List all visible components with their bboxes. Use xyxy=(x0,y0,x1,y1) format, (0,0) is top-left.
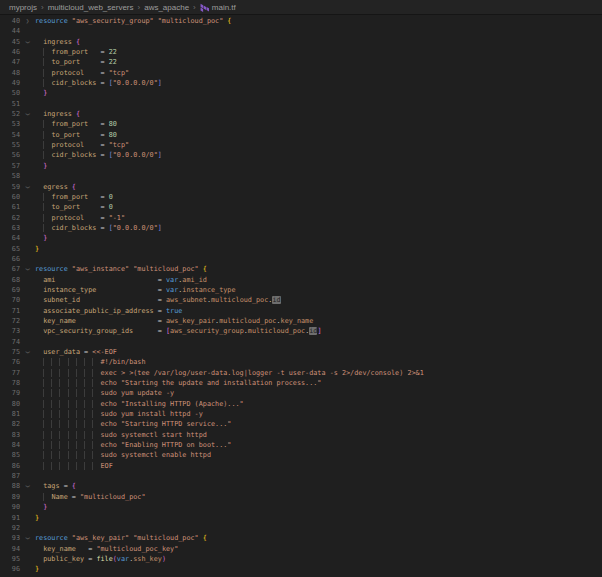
line-number[interactable]: 62 xyxy=(0,213,20,223)
line-number[interactable]: 65 xyxy=(0,244,20,254)
fold-chevron-icon[interactable]: ❯ xyxy=(22,268,32,272)
code-line[interactable]: 75❯ user_data = <<-EOF xyxy=(0,347,602,357)
code-line[interactable]: 73 vpc_security_group_ids = [aws_securit… xyxy=(0,326,602,336)
code-line[interactable]: 87 xyxy=(0,471,602,481)
line-number[interactable]: 57 xyxy=(0,161,20,171)
line-number[interactable]: 61 xyxy=(0,202,20,212)
line-number[interactable]: 87 xyxy=(0,471,20,481)
code-line[interactable]: 49 cidr_blocks = ["0.0.0.0/0"] xyxy=(0,78,602,88)
code-line[interactable]: 71 associate_public_ip_address = true xyxy=(0,306,602,316)
code-line[interactable]: 74 xyxy=(0,337,602,347)
line-number[interactable]: 85 xyxy=(0,450,20,460)
line-number[interactable]: 67 xyxy=(0,264,20,274)
code-line[interactable]: 85 sudo systemctl enable httpd xyxy=(0,450,602,460)
code-line[interactable]: 58 xyxy=(0,171,602,181)
code-line[interactable]: 61 to_port = 0 xyxy=(0,202,602,212)
line-number[interactable]: 48 xyxy=(0,68,20,78)
fold-chevron-icon[interactable]: ❯ xyxy=(22,185,32,189)
line-number[interactable]: 52 xyxy=(0,109,20,119)
code-line[interactable]: 54 to_port = 80 xyxy=(0,130,602,140)
code-line[interactable]: 60 from_port = 0 xyxy=(0,192,602,202)
line-number[interactable]: 69 xyxy=(0,285,20,295)
code-line[interactable]: 64 } xyxy=(0,233,602,243)
line-number[interactable]: 51 xyxy=(0,99,20,109)
code-line[interactable]: 55 protocol = "tcp" xyxy=(0,140,602,150)
breadcrumb-file[interactable]: main.tf xyxy=(200,3,236,12)
line-number[interactable]: 46 xyxy=(0,47,20,57)
line-number[interactable]: 92 xyxy=(0,523,20,533)
line-number[interactable]: 70 xyxy=(0,295,20,305)
line-number[interactable]: 77 xyxy=(0,368,20,378)
line-number[interactable]: 40 xyxy=(0,16,20,26)
code-line[interactable]: 47 to_port = 22 xyxy=(0,57,602,67)
line-number[interactable]: 50 xyxy=(0,88,20,98)
line-number[interactable]: 58 xyxy=(0,171,20,181)
code-line[interactable]: 51 xyxy=(0,99,602,109)
line-number[interactable]: 95 xyxy=(0,554,20,564)
code-line[interactable]: 57 } xyxy=(0,161,602,171)
code-line[interactable]: 40❯resource "aws_security_group" "multic… xyxy=(0,16,602,26)
line-number[interactable]: 68 xyxy=(0,275,20,285)
code-line[interactable]: 90 } xyxy=(0,502,602,512)
line-number[interactable]: 47 xyxy=(0,57,20,67)
line-number[interactable]: 81 xyxy=(0,409,20,419)
line-number[interactable]: 78 xyxy=(0,378,20,388)
code-line[interactable]: 95 public_key = file(var.ssh_key) xyxy=(0,554,602,564)
line-number[interactable]: 74 xyxy=(0,337,20,347)
fold-chevron-icon[interactable]: ❯ xyxy=(22,537,32,541)
code-line[interactable]: 79 sudo yum update -y xyxy=(0,388,602,398)
line-number[interactable]: 66 xyxy=(0,254,20,264)
code-line[interactable]: 92 xyxy=(0,523,602,533)
code-line[interactable]: 56 cidr_blocks = ["0.0.0.0/0"] xyxy=(0,150,602,160)
line-number[interactable]: 89 xyxy=(0,492,20,502)
code-line[interactable]: 84 echo "Enabling HTTPD on boot..." xyxy=(0,440,602,450)
code-line[interactable]: 80 echo "Installing HTTPD (Apache)..." xyxy=(0,399,602,409)
fold-chevron-icon[interactable]: ❯ xyxy=(22,350,32,354)
code-line[interactable]: 91} xyxy=(0,513,602,523)
line-number[interactable]: 53 xyxy=(0,119,20,129)
code-line[interactable]: 82 echo "Starting HTTPD service..." xyxy=(0,419,602,429)
line-number[interactable]: 72 xyxy=(0,316,20,326)
code-line[interactable]: 96} xyxy=(0,564,602,574)
line-number[interactable]: 88 xyxy=(0,481,20,491)
code-line[interactable]: 46 from_port = 22 xyxy=(0,47,602,57)
line-number[interactable]: 55 xyxy=(0,140,20,150)
line-number[interactable]: 54 xyxy=(0,130,20,140)
code-line[interactable]: 94 key_name = "multicloud_poc_key" xyxy=(0,544,602,554)
line-number[interactable]: 86 xyxy=(0,461,20,471)
line-number[interactable]: 56 xyxy=(0,150,20,160)
fold-chevron-icon[interactable]: ❯ xyxy=(22,40,32,44)
fold-chevron-icon[interactable]: ❯ xyxy=(26,17,30,24)
line-number[interactable]: 76 xyxy=(0,357,20,367)
line-number[interactable]: 91 xyxy=(0,513,20,523)
code-line[interactable]: 76 #!/bin/bash xyxy=(0,357,602,367)
line-number[interactable]: 44 xyxy=(0,26,20,36)
code-line[interactable]: 89 Name = "multicloud_poc" xyxy=(0,492,602,502)
line-number[interactable]: 49 xyxy=(0,78,20,88)
code-line[interactable]: 93❯resource "aws_key_pair" "multicloud_p… xyxy=(0,533,602,543)
code-line[interactable]: 53 from_port = 80 xyxy=(0,119,602,129)
code-line[interactable]: 45❯ ingress { xyxy=(0,37,602,47)
line-number[interactable]: 71 xyxy=(0,306,20,316)
code-line[interactable]: 52❯ ingress { xyxy=(0,109,602,119)
code-line[interactable]: 63 cidr_blocks = ["0.0.0.0/0"] xyxy=(0,223,602,233)
line-number[interactable]: 59 xyxy=(0,182,20,192)
code-line[interactable]: 44 xyxy=(0,26,602,36)
code-line[interactable]: 72 key_name = aws_key_pair.multicloud_po… xyxy=(0,316,602,326)
line-number[interactable]: 64 xyxy=(0,233,20,243)
code-line[interactable]: 68 ami = var.ami_id xyxy=(0,275,602,285)
line-number[interactable]: 82 xyxy=(0,419,20,429)
line-number[interactable]: 96 xyxy=(0,564,20,574)
code-line[interactable]: 62 protocol = "-1" xyxy=(0,213,602,223)
fold-chevron-icon[interactable]: ❯ xyxy=(22,112,32,116)
code-line[interactable]: 70 subnet_id = aws_subnet.multicloud_poc… xyxy=(0,295,602,305)
code-line[interactable]: 81 sudo yum install httpd -y xyxy=(0,409,602,419)
breadcrumb-item[interactable]: aws_apache xyxy=(144,3,189,12)
code-line[interactable]: 66 xyxy=(0,254,602,264)
line-number[interactable]: 63 xyxy=(0,223,20,233)
line-number[interactable]: 79 xyxy=(0,388,20,398)
line-number[interactable]: 80 xyxy=(0,399,20,409)
code-line[interactable]: 88❯ tags = { xyxy=(0,481,602,491)
line-number[interactable]: 45 xyxy=(0,37,20,47)
code-line[interactable]: 59❯ egress { xyxy=(0,182,602,192)
